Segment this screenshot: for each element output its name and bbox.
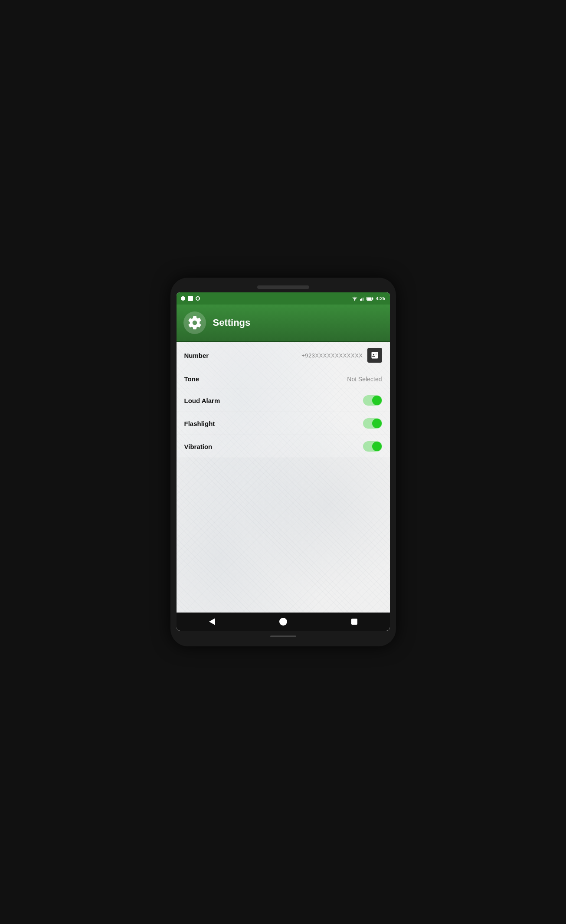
battery-icon bbox=[366, 297, 373, 301]
settings-list: Number +923XXXXXXXXXXXX Tone Not Selecte… bbox=[177, 342, 390, 458]
loud-alarm-label: Loud Alarm bbox=[184, 397, 220, 404]
svg-rect-2 bbox=[361, 298, 362, 301]
loud-alarm-toggle[interactable] bbox=[363, 395, 382, 406]
phone-number-value: +923XXXXXXXXXXXX bbox=[301, 352, 363, 359]
tone-value: Not Selected bbox=[347, 376, 382, 383]
vibration-setting-row[interactable]: Vibration bbox=[177, 435, 390, 458]
contact-book-icon bbox=[370, 351, 379, 360]
tone-label: Tone bbox=[184, 375, 200, 383]
svg-point-0 bbox=[354, 300, 355, 301]
phone-bottom-bar bbox=[270, 632, 296, 640]
flashlight-toggle-thumb bbox=[372, 419, 382, 428]
navigation-bar bbox=[177, 613, 390, 631]
number-setting-row[interactable]: Number +923XXXXXXXXXXXX bbox=[177, 342, 390, 369]
tone-setting-row[interactable]: Tone Not Selected bbox=[177, 369, 390, 389]
gear-icon-container bbox=[183, 311, 206, 334]
phone-notch bbox=[257, 285, 309, 289]
screen: 4:25 Settings Number +923XXXXXXXXXXXX bbox=[177, 292, 390, 631]
page-title: Settings bbox=[213, 317, 251, 328]
flashlight-setting-row[interactable]: Flashlight bbox=[177, 412, 390, 435]
number-value-group: +923XXXXXXXXXXXX bbox=[301, 348, 382, 363]
vibration-toggle-thumb bbox=[372, 442, 382, 451]
recents-icon bbox=[351, 619, 357, 625]
recents-button[interactable] bbox=[347, 614, 362, 629]
flashlight-toggle[interactable] bbox=[363, 418, 382, 429]
svg-rect-1 bbox=[360, 299, 361, 301]
back-button[interactable] bbox=[204, 614, 220, 629]
status-left-icons bbox=[181, 296, 200, 301]
number-label: Number bbox=[184, 352, 209, 359]
back-icon bbox=[209, 618, 215, 625]
sd-card-icon bbox=[188, 296, 193, 301]
flashlight-label: Flashlight bbox=[184, 420, 215, 427]
content-area: Number +923XXXXXXXXXXXX Tone Not Selecte… bbox=[177, 342, 390, 613]
contact-picker-button[interactable] bbox=[367, 348, 382, 363]
signal-dot-icon bbox=[181, 296, 185, 301]
loud-alarm-setting-row[interactable]: Loud Alarm bbox=[177, 389, 390, 412]
svg-rect-6 bbox=[367, 297, 372, 300]
app-header: Settings bbox=[177, 305, 390, 342]
status-time: 4:25 bbox=[376, 296, 385, 301]
gear-icon bbox=[187, 315, 203, 331]
status-bar: 4:25 bbox=[177, 292, 390, 305]
vibration-toggle[interactable] bbox=[363, 441, 382, 452]
home-bar-indicator bbox=[270, 636, 296, 637]
wifi-icon bbox=[352, 296, 358, 301]
home-button[interactable] bbox=[275, 614, 291, 629]
vibration-label: Vibration bbox=[184, 443, 213, 450]
loud-alarm-toggle-thumb bbox=[372, 396, 382, 405]
circle-outline-icon bbox=[196, 296, 200, 301]
status-right-icons: 4:25 bbox=[352, 296, 385, 301]
svg-rect-7 bbox=[373, 298, 373, 299]
svg-rect-4 bbox=[364, 296, 364, 301]
phone-frame: 4:25 Settings Number +923XXXXXXXXXXXX bbox=[170, 278, 396, 646]
home-icon bbox=[279, 618, 287, 626]
svg-rect-3 bbox=[363, 298, 363, 301]
signal-bars-icon bbox=[360, 296, 364, 301]
